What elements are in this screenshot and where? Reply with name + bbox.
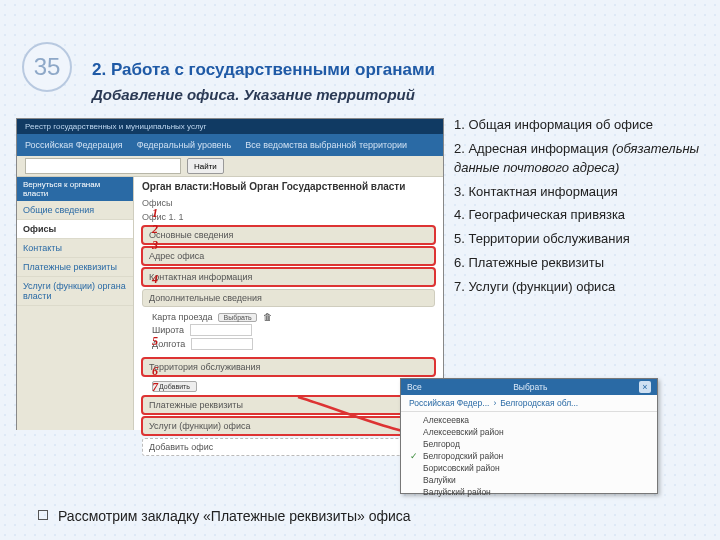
lon-field[interactable]	[191, 338, 253, 350]
legend-item-3: 3. Контактная информация	[454, 183, 710, 202]
crumb-country[interactable]: Российская Федер...	[409, 398, 489, 408]
office-label: Офис 1. 1	[142, 212, 435, 222]
section-subtitle: Добавление офиса. Указание территорий	[92, 86, 415, 103]
tab-address[interactable]: Адрес офиса	[142, 247, 435, 265]
topbar-item-level[interactable]: Федеральный уровень	[137, 140, 232, 150]
list-item[interactable]: Валуйский район	[409, 486, 649, 498]
check-icon: ✓	[409, 451, 419, 461]
search-button[interactable]: Найти	[187, 158, 224, 174]
item-label: Валуйский район	[423, 487, 491, 497]
sidebar: Вернуться к органам власти Общие сведени…	[17, 177, 134, 430]
legend-list: 1. Общая информация об офисе 2. Адресная…	[454, 116, 710, 302]
red-index-6: 6	[152, 364, 158, 379]
topbar-item-country[interactable]: Российская Федерация	[25, 140, 123, 150]
back-link[interactable]: Вернуться к органам власти	[17, 177, 133, 201]
slide-number: 35	[22, 42, 72, 92]
territory-popup: Все Выбрать × Российская Федер... › Белг…	[400, 378, 658, 494]
red-index-1: 1	[152, 206, 158, 221]
list-item[interactable]: Борисовский район	[409, 462, 649, 474]
legend-item-2a: 2. Адресная информация	[454, 141, 608, 156]
item-label: Валуйки	[423, 475, 456, 485]
additional-fields: Карта проезда Выбрать 🗑 Широта Долгота	[152, 312, 435, 352]
footer-bullet: Рассмотрим закладку «Платежные реквизиты…	[38, 508, 411, 524]
list-item[interactable]: ✓Белгородский район	[409, 450, 649, 462]
page-title: Орган власти:Новый Орган Государственной…	[142, 181, 435, 192]
sidebar-item-services[interactable]: Услуги (функции) органа власти	[17, 277, 133, 306]
search-row: Найти	[17, 156, 443, 177]
legend-item-6: 6. Платежные реквизиты	[454, 254, 710, 273]
popup-tab-all[interactable]: Все	[407, 382, 422, 392]
red-index-4: 4	[152, 272, 158, 287]
popup-titlebar: Все Выбрать ×	[401, 379, 657, 395]
app-logo-strip: Реестр государственных и муниципальных у…	[17, 119, 443, 134]
sidebar-item-payments[interactable]: Платежные реквизиты	[17, 258, 133, 277]
legend-item-1: 1. Общая информация об офисе	[454, 116, 710, 135]
tab-payment-details[interactable]: Платежные реквизиты	[142, 396, 435, 414]
legend-item-4: 4. Географическая привязка	[454, 206, 710, 225]
list-item[interactable]: Алексеевский район	[409, 426, 649, 438]
item-label: Белгородский район	[423, 451, 503, 461]
popup-save-button[interactable]: Выбрать	[513, 382, 547, 392]
app-topbar: Российская Федерация Федеральный уровень…	[17, 134, 443, 156]
red-index-2: 2	[152, 222, 158, 237]
sidebar-item-offices[interactable]: Офисы	[17, 220, 133, 239]
section-title: 2. Работа с государственными органами	[92, 60, 435, 80]
legend-item-7: 7. Услуги (функции) офиса	[454, 278, 710, 297]
list-item[interactable]: Валуйки	[409, 474, 649, 486]
app-frame: Реестр государственных и муниципальных у…	[16, 118, 444, 430]
sidebar-item-contacts[interactable]: Контакты	[17, 239, 133, 258]
red-index-5: 5	[152, 334, 158, 349]
legend-item-2: 2. Адресная информация (обязательны данн…	[454, 140, 710, 178]
close-icon[interactable]: ×	[639, 381, 651, 393]
sidebar-item-general[interactable]: Общие сведения	[17, 201, 133, 220]
popup-list: Алексеевка Алексеевский район Белгород ✓…	[401, 412, 657, 500]
tab-contact[interactable]: Контактная информация	[142, 268, 435, 286]
popup-breadcrumb: Российская Федер... › Белгородская обл..…	[401, 395, 657, 412]
tab-office-services[interactable]: Услуги (функции) офиса	[142, 417, 435, 435]
red-index-7: 7	[152, 380, 158, 395]
list-item[interactable]: Алексеевка	[409, 414, 649, 426]
tab-territory[interactable]: Территория обслуживания	[142, 358, 435, 376]
tab-add-office[interactable]: Добавить офис	[142, 438, 435, 456]
red-index-3: 3	[152, 238, 158, 253]
label-map: Карта проезда	[152, 312, 212, 322]
item-label: Алексеевка	[423, 415, 469, 425]
item-label: Борисовский район	[423, 463, 500, 473]
topbar-item-dept[interactable]: Все ведомства выбранной территории	[245, 140, 407, 150]
list-item[interactable]: Белгород	[409, 438, 649, 450]
trash-icon[interactable]: 🗑	[263, 312, 272, 322]
crumb-region[interactable]: Белгородская обл...	[500, 398, 578, 408]
tab-basic-info[interactable]: Основные сведения	[142, 226, 435, 244]
main-panel: Орган власти:Новый Орган Государственной…	[134, 177, 443, 430]
search-input[interactable]	[25, 158, 181, 174]
lat-field[interactable]	[190, 324, 252, 336]
item-label: Белгород	[423, 439, 460, 449]
item-label: Алексеевский район	[423, 427, 504, 437]
page-subtitle: Офисы	[142, 198, 435, 208]
chevron-right-icon: ›	[493, 398, 496, 408]
legend-item-5: 5. Территории обслуживания	[454, 230, 710, 249]
add-territory-button[interactable]: Добавить	[152, 381, 197, 392]
select-map-button[interactable]: Выбрать	[218, 313, 256, 322]
tab-additional[interactable]: Дополнительные сведения	[142, 289, 435, 307]
